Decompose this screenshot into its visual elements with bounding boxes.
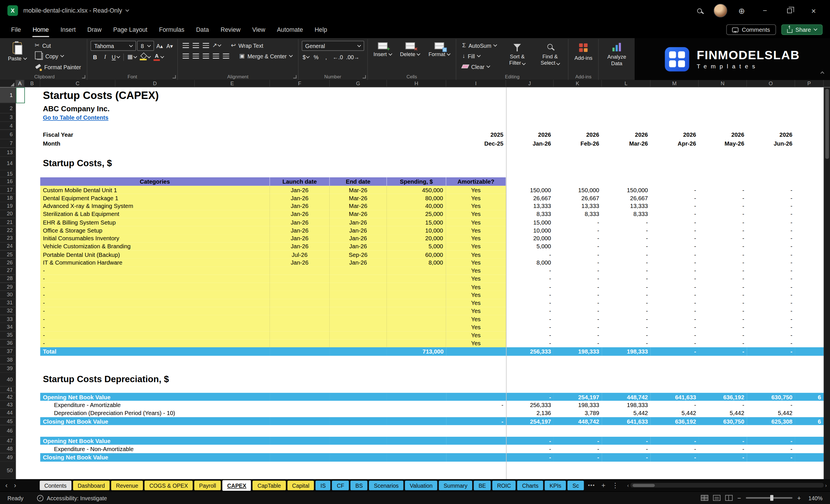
cell-G32[interactable] — [330, 307, 387, 315]
cell-K30[interactable]: - — [554, 291, 602, 299]
tabs-scroll-right-button[interactable]: › — [12, 481, 18, 489]
cell-J36[interactable]: - — [506, 339, 554, 347]
cell-F48[interactable] — [270, 445, 330, 453]
cell-C30[interactable]: - — [40, 291, 270, 299]
share-button[interactable]: Share — [781, 24, 823, 35]
cell-K44[interactable]: 3,789 — [554, 409, 602, 417]
cell-G24[interactable]: Jan-26 — [330, 242, 387, 250]
sheet-options-button[interactable]: ⋮ — [610, 481, 621, 489]
cell-B14[interactable] — [24, 157, 40, 170]
cell-P20[interactable] — [795, 210, 824, 218]
cell-L39[interactable] — [602, 364, 650, 373]
cell-I18[interactable]: Yes — [446, 194, 506, 202]
cell-B22[interactable] — [24, 226, 40, 234]
zoom-out-button[interactable]: − — [737, 494, 741, 502]
cell-K4[interactable] — [554, 122, 602, 130]
page-layout-view-button[interactable] — [713, 495, 721, 501]
cell-H48[interactable] — [387, 445, 446, 453]
cell-K40[interactable] — [554, 373, 602, 386]
cell-I7[interactable]: Dec-25 — [446, 139, 506, 148]
sheet-tab-be[interactable]: BE — [474, 480, 490, 490]
cell-H21[interactable]: 15,000 — [387, 218, 446, 226]
cell-G34[interactable] — [330, 323, 387, 331]
cell-D4[interactable] — [115, 122, 195, 130]
cell-H19[interactable]: 40,000 — [387, 202, 446, 210]
cell-L37[interactable]: 198,333 — [602, 347, 650, 356]
bold-button[interactable]: B — [91, 52, 99, 61]
cell-P45[interactable]: 6 — [795, 417, 824, 425]
sheet-tab-summary[interactable]: Summary — [439, 480, 472, 490]
cell-C50[interactable] — [40, 462, 116, 479]
cell-P40[interactable] — [795, 373, 824, 386]
cell-J31[interactable]: - — [506, 299, 554, 307]
cell-J6[interactable]: 2026 — [506, 130, 554, 139]
cell-K21[interactable]: - — [554, 218, 602, 226]
menu-tab-help[interactable]: Help — [309, 21, 333, 38]
cell-M15[interactable] — [651, 170, 699, 177]
number-dialog-launcher[interactable] — [362, 75, 365, 78]
column-header-E[interactable]: E — [195, 80, 270, 87]
cell-L19[interactable]: 13,333 — [602, 202, 650, 210]
cell-E38[interactable] — [195, 356, 270, 365]
cell-I23[interactable]: Yes — [446, 234, 506, 242]
cell-M33[interactable]: - — [651, 315, 699, 323]
cell-G14[interactable] — [330, 157, 387, 170]
cell-A7[interactable] — [16, 139, 25, 148]
cell-A23[interactable] — [16, 234, 25, 242]
cell-N49[interactable]: - — [699, 453, 747, 462]
sheet-tab-sc[interactable]: Sc — [568, 480, 584, 490]
cell-F19[interactable]: Jan-26 — [270, 202, 330, 210]
cell-O30[interactable]: - — [747, 291, 795, 299]
cell-B16[interactable] — [24, 177, 40, 186]
cell-A37[interactable] — [16, 347, 25, 356]
cell-F30[interactable] — [270, 291, 330, 299]
cell-P35[interactable] — [795, 331, 824, 339]
cell-K31[interactable]: - — [554, 299, 602, 307]
cell-C39[interactable] — [40, 364, 116, 373]
cell-A1[interactable] — [16, 87, 25, 103]
cell-I34[interactable]: Yes — [446, 323, 506, 331]
cell-K23[interactable]: - — [554, 234, 602, 242]
cell-L25[interactable]: - — [602, 250, 650, 258]
cell-P17[interactable] — [795, 186, 824, 194]
cell-O7[interactable]: Jun-26 — [747, 139, 795, 148]
cell-J28[interactable]: - — [506, 275, 554, 283]
cell-O1[interactable] — [747, 87, 795, 103]
cell-C15[interactable] — [40, 170, 116, 177]
cell-H32[interactable] — [387, 307, 446, 315]
sheet-tab-revenue[interactable]: Revenue — [111, 480, 143, 490]
cell-F18[interactable]: Jan-26 — [270, 194, 330, 202]
cell-H18[interactable]: 80,000 — [387, 194, 446, 202]
cell-F35[interactable] — [270, 331, 330, 339]
cell-C21[interactable]: EHR & Billing System Setup — [40, 218, 270, 226]
row-header-4[interactable]: 4 — [0, 122, 16, 130]
sort-filter-button[interactable]: Sort & Filter — [503, 41, 532, 67]
cell-G20[interactable]: Mar-26 — [330, 210, 387, 218]
cell-F43[interactable] — [270, 401, 330, 409]
cell-G30[interactable] — [330, 291, 387, 299]
cell-B45[interactable] — [24, 417, 40, 425]
cell-D15[interactable] — [115, 170, 195, 177]
cell-P42[interactable]: 6 — [795, 393, 824, 401]
cell-L50[interactable] — [602, 462, 650, 479]
cell-F14[interactable] — [270, 157, 330, 170]
cell-C7[interactable]: Month — [40, 139, 270, 148]
cell-C23[interactable]: Initial Consumables Inventory — [40, 234, 270, 242]
cell-F33[interactable] — [270, 315, 330, 323]
cell-B30[interactable] — [24, 291, 40, 299]
cell-I41[interactable] — [446, 386, 506, 393]
collapse-ribbon-button[interactable] — [821, 67, 824, 77]
cell-G27[interactable] — [330, 266, 387, 275]
cell-N39[interactable] — [699, 364, 747, 373]
cell-B28[interactable] — [24, 275, 40, 283]
cell-L26[interactable]: - — [602, 259, 650, 266]
cell-G44[interactable] — [330, 409, 387, 417]
cell-I37[interactable] — [446, 347, 506, 356]
cell-G43[interactable] — [330, 401, 387, 409]
cell-J17[interactable]: 150,000 — [506, 186, 554, 194]
cell-L32[interactable]: - — [602, 307, 650, 315]
cell-P48[interactable] — [795, 445, 824, 453]
cell-A34[interactable] — [16, 323, 25, 331]
cell-B17[interactable] — [24, 186, 40, 194]
cell-H16[interactable]: Spending, $ — [387, 177, 446, 186]
